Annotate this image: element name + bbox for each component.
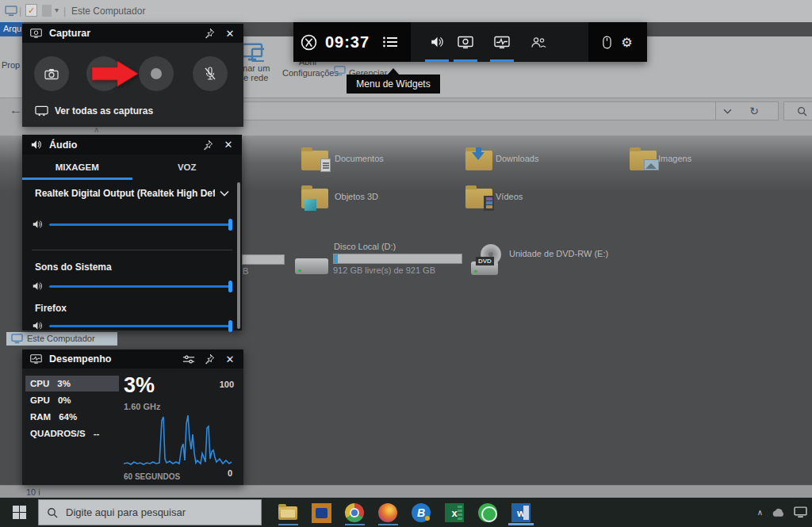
close-icon[interactable]: ✕	[223, 352, 237, 366]
folder-label[interactable]: Objetos 3D	[335, 192, 378, 201]
taskbar-chrome-icon[interactable]	[343, 502, 366, 523]
manage-icon[interactable]	[334, 66, 346, 76]
social-widget-icon[interactable]	[520, 22, 557, 62]
axis-max: 100	[220, 380, 234, 389]
qat-properties-icon[interactable]: ✓	[25, 4, 37, 17]
screenshot-button[interactable]	[34, 56, 69, 91]
audio-device-select[interactable]: Realtek Digital Output (Realtek High Def…	[22, 180, 242, 200]
sidebar-item-label: Este Computador	[27, 334, 95, 343]
search-box[interactable]	[783, 101, 812, 120]
taskbar-orange-app-icon[interactable]	[310, 502, 332, 523]
drive-e-label[interactable]: Unidade de DVD-RW (E:)	[509, 249, 608, 258]
dvd-badge: DVD	[476, 257, 494, 265]
taskbar-word-icon[interactable]: w	[510, 502, 532, 523]
taskbar-excel-icon[interactable]: x	[443, 502, 465, 523]
scrollbar[interactable]	[237, 182, 240, 329]
ribbon-properties-fragment[interactable]: Prop	[2, 60, 20, 70]
mouse-passthrough-icon[interactable]	[603, 36, 611, 49]
speaker-icon	[32, 281, 43, 292]
see-all-captures-link[interactable]: Ver todas as capturas	[35, 105, 153, 116]
search-icon	[797, 106, 807, 116]
drive-d-free-space: 912 GB livre(s) de 921 GB	[333, 265, 435, 275]
close-icon[interactable]: ✕	[223, 26, 237, 40]
device-volume-slider[interactable]	[22, 218, 242, 231]
taskbar-bluestacks-icon[interactable]: B	[410, 502, 432, 523]
folder-icon-videos[interactable]	[465, 189, 492, 208]
folder-label[interactable]: Imagens	[658, 154, 691, 163]
close-icon[interactable]: ✕	[221, 138, 236, 152]
tab-mixagem[interactable]: MIXAGEM	[22, 155, 132, 180]
drive-d-label[interactable]: Disco Local (D:)	[334, 242, 396, 251]
metric-row-cpu[interactable]: CPU3%	[25, 376, 119, 391]
slider-thumb[interactable]	[228, 219, 232, 231]
tray-expand-icon[interactable]: ∧	[757, 508, 763, 517]
taskbar-file-explorer-icon[interactable]	[277, 502, 299, 523]
tab-voz[interactable]: VOZ	[132, 155, 243, 180]
folder-icon-documentos[interactable]	[301, 151, 328, 170]
ribbon-tab-arquivo[interactable]: Arqu	[0, 22, 24, 36]
pin-icon[interactable]	[201, 138, 215, 152]
cpu-big-value: 3%	[124, 373, 155, 398]
qat-customize-caret[interactable]: ▾	[55, 6, 59, 14]
metric-row-fps[interactable]: QUADROS/S--	[25, 426, 119, 441]
address-dropdown-icon[interactable]	[723, 109, 732, 114]
pin-icon[interactable]	[202, 352, 216, 366]
folder-icon-downloads[interactable]	[465, 151, 492, 170]
folder-icon-objetos3d[interactable]	[301, 189, 328, 208]
taskbar: B x w ∧	[0, 498, 812, 527]
drive-d-icon[interactable]	[295, 258, 328, 274]
speaker-icon	[32, 320, 43, 331]
system-sounds-slider[interactable]	[22, 280, 242, 292]
folder-label[interactable]: Downloads	[496, 154, 538, 163]
network-icon[interactable]	[794, 506, 807, 518]
xbox-logo-icon[interactable]	[293, 22, 325, 62]
red-arrow-annotation	[92, 61, 138, 86]
performance-title: Desempenho	[49, 353, 175, 365]
folder-label[interactable]: Vídeos	[496, 192, 523, 201]
refresh-icon[interactable]: ↻	[749, 105, 759, 117]
widget-menu-icon[interactable]	[370, 22, 411, 62]
sidebar-item-este-computador[interactable]: Este Computador	[6, 332, 117, 346]
running-indicator	[278, 524, 298, 525]
capture-widget-icon[interactable]	[447, 22, 484, 62]
taskbar-search-input[interactable]	[66, 506, 209, 518]
divider	[715, 102, 716, 120]
taskbar-firefox-icon[interactable]	[377, 502, 399, 523]
onedrive-cloud-icon[interactable]	[771, 507, 786, 517]
start-button[interactable]	[0, 498, 38, 527]
performance-widget-panel: Desempenho ✕ CPU3% GPU0% RAM64% QUADROS/…	[22, 349, 243, 485]
search-icon	[47, 507, 58, 518]
audio-title-icon	[29, 138, 43, 152]
explorer-status-bar: 10 i	[0, 485, 812, 498]
metric-row-ram[interactable]: RAM64%	[25, 409, 119, 425]
metric-row-gpu[interactable]: GPU0%	[25, 392, 119, 408]
folder-icon-imagens[interactable]	[630, 151, 657, 170]
drive-d-capacity-bar	[333, 254, 462, 264]
options-sliders-icon[interactable]	[182, 352, 196, 366]
taskbar-search[interactable]	[38, 499, 262, 525]
system-sounds-label: Sons do Sistema	[35, 262, 112, 273]
running-indicator	[345, 524, 365, 525]
network-location-icon[interactable]	[240, 43, 264, 62]
drive-c-capacity-bar	[242, 254, 285, 265]
gamebar-clock: 09:37	[325, 33, 370, 52]
firefox-slider[interactable]	[22, 319, 242, 332]
pin-icon[interactable]	[202, 26, 216, 40]
mic-muted-button[interactable]	[193, 56, 228, 91]
axis-time-label: 60 SEGUNDOS	[124, 472, 180, 481]
open-settings-label2[interactable]: Configurações	[282, 68, 339, 78]
chevron-down-icon	[220, 190, 229, 197]
start-recording-button[interactable]	[139, 56, 174, 91]
running-indicator	[378, 524, 398, 525]
performance-widget-icon[interactable]	[484, 22, 520, 62]
capture-title-icon	[29, 26, 43, 40]
qat-newfolder-icon[interactable]	[42, 5, 52, 17]
back-icon[interactable]: ←	[10, 103, 22, 117]
taskbar-whatsapp-icon[interactable]	[477, 502, 499, 523]
performance-title-icon	[29, 352, 43, 366]
slider-thumb[interactable]	[228, 320, 232, 332]
slider-thumb[interactable]	[228, 281, 232, 292]
folder-label[interactable]: Documentos	[335, 154, 384, 163]
drive-c-size-fragment: B	[243, 266, 248, 276]
settings-gear-icon[interactable]: ⚙	[621, 35, 632, 50]
